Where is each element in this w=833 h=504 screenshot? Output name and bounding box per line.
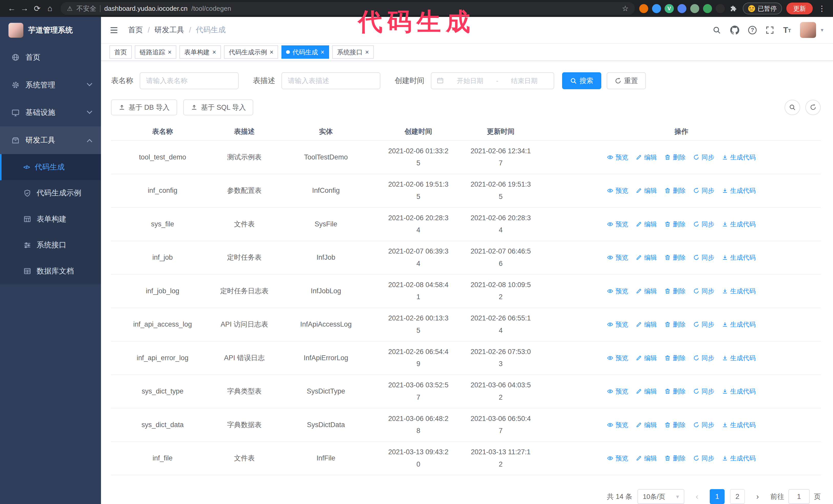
sidebar-item-db-doc[interactable]: 数据库文档 — [0, 258, 101, 284]
extensions-puzzle-icon[interactable] — [729, 4, 738, 13]
tab-system-api[interactable]: 系统接口 × — [332, 45, 374, 59]
back-icon[interactable]: ← — [5, 2, 18, 15]
extension-people-icon[interactable] — [677, 4, 686, 13]
close-icon[interactable]: × — [168, 49, 172, 55]
paused-badge[interactable]: 已暂停 — [743, 3, 782, 14]
sync-link[interactable]: 同步 — [693, 218, 714, 231]
app-logo[interactable]: 芋道管理系统 — [0, 17, 101, 44]
sync-link[interactable]: 同步 — [693, 185, 714, 197]
search-button[interactable]: 搜索 — [562, 72, 601, 89]
edit-link[interactable]: 编辑 — [636, 218, 657, 231]
delete-link[interactable]: 删除 — [664, 385, 686, 398]
home-icon[interactable]: ⌂ — [44, 2, 56, 15]
preview-link[interactable]: 预览 — [607, 218, 628, 231]
delete-link[interactable]: 删除 — [664, 352, 686, 364]
delete-link[interactable]: 删除 — [664, 251, 686, 264]
header-search-icon[interactable] — [713, 26, 721, 34]
github-icon[interactable] — [730, 26, 739, 34]
preview-link[interactable]: 预览 — [607, 452, 628, 464]
help-icon[interactable]: ? — [748, 26, 757, 34]
sync-link[interactable]: 同步 — [693, 285, 714, 297]
sidebar-item-form-builder[interactable]: 表单构建 — [0, 206, 101, 232]
close-icon[interactable]: × — [213, 49, 216, 55]
delete-link[interactable]: 删除 — [664, 318, 686, 331]
sync-link[interactable]: 同步 — [693, 151, 714, 164]
page-button-2[interactable]: 2 — [730, 489, 745, 504]
extension-sage-icon[interactable] — [690, 4, 699, 13]
edit-link[interactable]: 编辑 — [636, 352, 657, 364]
bookmark-star-icon[interactable]: ☆ — [622, 4, 628, 13]
generate-code-link[interactable]: 生成代码 — [722, 352, 756, 364]
sync-link[interactable]: 同步 — [693, 385, 714, 398]
import-sql-button[interactable]: 基于 SQL 导入 — [183, 99, 253, 115]
date-range-picker[interactable]: 开始日期 - 结束日期 — [431, 72, 554, 89]
edit-link[interactable]: 编辑 — [636, 285, 657, 297]
generate-code-link[interactable]: 生成代码 — [722, 185, 756, 197]
generate-code-link[interactable]: 生成代码 — [722, 151, 756, 164]
generate-code-link[interactable]: 生成代码 — [722, 452, 756, 464]
breadcrumb-home[interactable]: 首页 — [128, 25, 143, 35]
sync-link[interactable]: 同步 — [693, 251, 714, 264]
avatar-caret-icon[interactable]: ▾ — [821, 27, 823, 33]
show-search-toggle-icon[interactable] — [785, 100, 800, 115]
generate-code-link[interactable]: 生成代码 — [722, 218, 756, 231]
browser-menu-icon[interactable]: ⋮ — [816, 4, 828, 13]
preview-link[interactable]: 预览 — [607, 285, 628, 297]
breadcrumb-dev-tools[interactable]: 研发工具 — [154, 25, 184, 35]
generate-code-link[interactable]: 生成代码 — [722, 251, 756, 264]
generate-code-link[interactable]: 生成代码 — [722, 419, 756, 431]
delete-link[interactable]: 删除 — [664, 452, 686, 464]
delete-link[interactable]: 删除 — [664, 185, 686, 197]
close-icon[interactable]: × — [320, 49, 325, 55]
delete-link[interactable]: 删除 — [664, 218, 686, 231]
sync-link[interactable]: 同步 — [693, 352, 714, 364]
table-name-input[interactable] — [140, 72, 239, 89]
start-date-placeholder[interactable]: 开始日期 — [446, 76, 494, 86]
preview-link[interactable]: 预览 — [607, 185, 628, 197]
goto-page-input[interactable] — [788, 489, 810, 504]
table-desc-input[interactable] — [281, 72, 380, 89]
forward-icon[interactable]: → — [18, 2, 31, 15]
sidebar-item-system-api[interactable]: 系统接口 — [0, 232, 101, 258]
generate-code-link[interactable]: 生成代码 — [722, 318, 756, 331]
reset-button[interactable]: 重置 — [607, 72, 646, 89]
generate-code-link[interactable]: 生成代码 — [722, 285, 756, 297]
prev-page-icon[interactable]: ‹ — [689, 489, 704, 504]
tab-home[interactable]: 首页 — [110, 45, 132, 59]
close-icon[interactable]: × — [365, 49, 369, 55]
generate-code-link[interactable]: 生成代码 — [722, 385, 756, 398]
preview-link[interactable]: 预览 — [607, 419, 628, 431]
tab-form-builder[interactable]: 表单构建 × — [180, 45, 221, 59]
extension-orange-icon[interactable] — [639, 4, 648, 13]
extension-blue-drop-icon[interactable] — [652, 4, 661, 13]
hamburger-icon[interactable] — [110, 26, 118, 34]
avatar[interactable] — [800, 22, 816, 38]
close-icon[interactable]: × — [270, 49, 273, 55]
extension-green-icon[interactable] — [703, 4, 712, 13]
edit-link[interactable]: 编辑 — [636, 318, 657, 331]
edit-link[interactable]: 编辑 — [636, 452, 657, 464]
delete-link[interactable]: 删除 — [664, 151, 686, 164]
preview-link[interactable]: 预览 — [607, 352, 628, 364]
sidebar-item-dev-tools[interactable]: 研发工具 — [0, 126, 101, 154]
sync-link[interactable]: 同步 — [693, 318, 714, 331]
edit-link[interactable]: 编辑 — [636, 151, 657, 164]
extension-dark-icon[interactable] — [716, 4, 724, 13]
refresh-table-icon[interactable] — [805, 100, 821, 115]
end-date-placeholder[interactable]: 结束日期 — [500, 76, 548, 86]
import-db-button[interactable]: 基于 DB 导入 — [111, 99, 177, 115]
browser-update-button[interactable]: 更新 — [786, 3, 813, 14]
sidebar-item-home[interactable]: 首页 — [0, 44, 101, 71]
sidebar-item-infrastructure[interactable]: 基础设施 — [0, 99, 101, 126]
delete-link[interactable]: 删除 — [664, 285, 686, 297]
edit-link[interactable]: 编辑 — [636, 251, 657, 264]
sync-link[interactable]: 同步 — [693, 452, 714, 464]
sidebar-item-code-generation[interactable]: </> 代码生成 — [0, 154, 101, 180]
fullscreen-icon[interactable] — [766, 26, 774, 34]
delete-link[interactable]: 删除 — [664, 419, 686, 431]
tab-code-generation[interactable]: 代码生成 × — [281, 45, 329, 59]
sync-link[interactable]: 同步 — [693, 419, 714, 431]
tab-trace[interactable]: 链路追踪 × — [135, 45, 176, 59]
sidebar-item-system-management[interactable]: 系统管理 — [0, 71, 101, 99]
preview-link[interactable]: 预览 — [607, 251, 628, 264]
